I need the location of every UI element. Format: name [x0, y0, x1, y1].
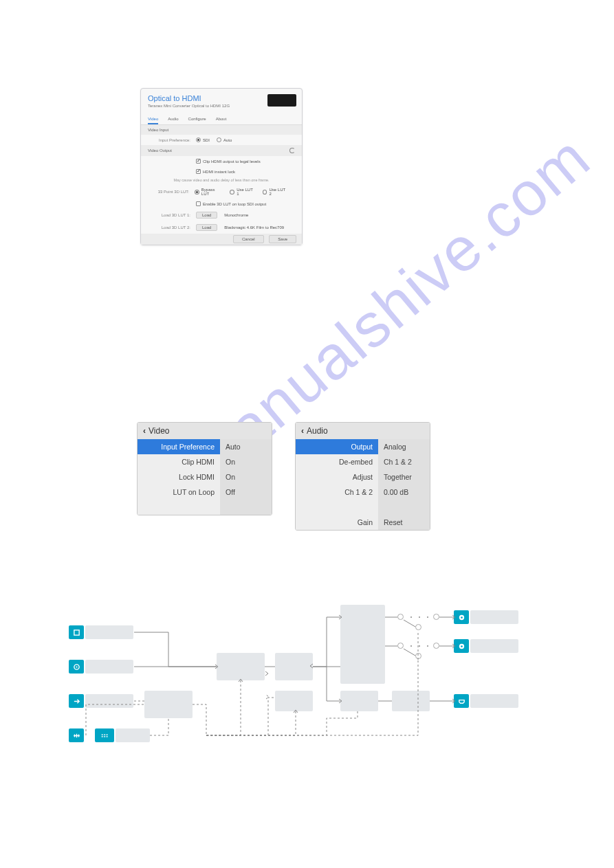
chevron-left-icon: ‹ — [143, 426, 146, 436]
audio-row-adjust[interactable]: Adjust — [296, 469, 378, 485]
tab-about[interactable]: About — [216, 115, 227, 124]
radio-use-lut1[interactable]: Use LUT 1 — [230, 188, 255, 196]
tab-audio[interactable]: Audio — [168, 115, 178, 124]
video-row-clip-hdmi[interactable]: Clip HDMI — [138, 454, 220, 469]
svg-line-29 — [404, 649, 415, 656]
load-lut1-label: Load 3D LUT 1: — [148, 213, 196, 217]
cancel-button[interactable]: Cancel — [233, 235, 264, 243]
tab-bar: Video Audio Configure About — [141, 115, 302, 125]
radio-sdi[interactable]: SDI — [196, 137, 210, 142]
video-row-lut-on-loop[interactable]: LUT on Loop — [138, 485, 220, 500]
audio-val-deembed: Ch 1 & 2 — [378, 454, 430, 469]
input-preference-label: Input Preference: — [148, 138, 196, 142]
check-instant-lock[interactable]: HDMI instant lock — [196, 169, 235, 174]
video-panel-header[interactable]: ‹Video — [138, 423, 272, 439]
video-val-lut-on-loop: Off — [220, 485, 272, 500]
audio-val-output: Analog — [378, 439, 430, 454]
save-button[interactable]: Save — [269, 235, 296, 243]
video-row-input-preference[interactable]: Input Preference — [138, 439, 220, 454]
radio-use-lut2[interactable]: Use LUT 2 — [263, 188, 288, 196]
svg-point-24 — [427, 616, 428, 618]
audio-val-gain: Reset — [378, 515, 430, 530]
refresh-icon[interactable] — [289, 148, 295, 153]
block-diagram — [69, 605, 550, 756]
video-val-lock-hdmi: On — [220, 469, 272, 485]
video-val-clip-hdmi: On — [220, 454, 272, 469]
svg-point-26 — [419, 645, 420, 647]
tab-video[interactable]: Video — [148, 115, 158, 124]
svg-point-23 — [419, 616, 420, 618]
lut1-name: Monochrome — [217, 213, 248, 217]
section-video-output: Video Output — [141, 145, 302, 156]
check-enable-loop[interactable]: Enable 3D LUT on loop SDI output — [196, 201, 266, 206]
load-lut1-button[interactable]: Load — [196, 212, 217, 219]
radio-bypass-lut[interactable]: Bypass LUT — [195, 188, 223, 196]
section-video-input: Video Input — [141, 125, 302, 135]
audio-row-output[interactable]: Output — [296, 439, 378, 454]
check-clip-hdmi[interactable]: Clip HDMI output to legal levels — [196, 159, 261, 164]
delay-note: May cause video and audio delay of less … — [141, 177, 302, 185]
load-lut2-label: Load 3D LUT 2: — [148, 225, 196, 230]
audio-panel: ‹Audio Output De-embed Adjust Ch 1 & 2 G… — [295, 422, 430, 531]
device-thumbnail — [267, 94, 296, 107]
audio-val-adjust: Together — [378, 469, 430, 485]
svg-point-25 — [410, 645, 412, 647]
lut2-name: Blackmagic 4.6K Film to Rec709 — [217, 225, 284, 230]
svg-line-28 — [404, 620, 415, 627]
lut-label: 33 Point 3D LUT: — [148, 190, 195, 194]
svg-point-22 — [410, 616, 412, 618]
audio-val-ch12: 0.00 dB — [378, 485, 430, 500]
chevron-left-icon: ‹ — [301, 426, 304, 436]
video-panel: ‹Video Input Preference Clip HDMI Lock H… — [137, 422, 272, 515]
radio-auto[interactable]: Auto — [217, 137, 232, 142]
audio-row-ch12[interactable]: Ch 1 & 2 — [296, 485, 378, 500]
settings-dialog: Optical to HDMI Teranex Mini Converter O… — [140, 88, 303, 245]
video-row-lock-hdmi[interactable]: Lock HDMI — [138, 469, 220, 485]
tab-configure[interactable]: Configure — [188, 115, 206, 124]
audio-panel-header[interactable]: ‹Audio — [296, 423, 430, 439]
audio-row-gain[interactable]: Gain — [296, 515, 378, 530]
load-lut2-button[interactable]: Load — [196, 224, 217, 231]
audio-row-deembed[interactable]: De-embed — [296, 454, 378, 469]
svg-point-27 — [427, 645, 428, 647]
video-val-input-preference: Auto — [220, 439, 272, 454]
